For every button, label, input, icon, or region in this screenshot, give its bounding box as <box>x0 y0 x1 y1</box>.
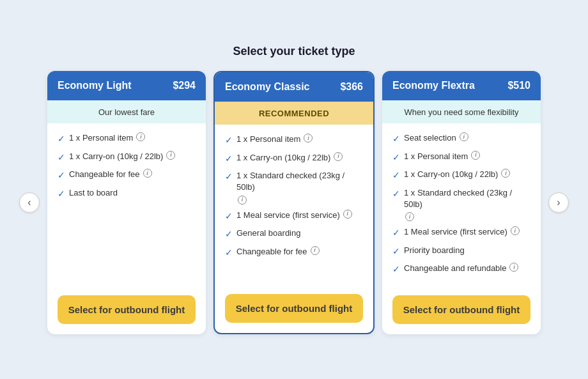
feature-item-0-0: ✓1 x Personal itemi <box>58 132 196 146</box>
info-icon-1-1[interactable]: i <box>334 152 343 161</box>
check-icon-2-4: ✓ <box>392 227 400 240</box>
info-icon-0-0[interactable]: i <box>136 132 145 141</box>
card-header-economy-classic: Economy Classic$366 <box>215 72 373 102</box>
card-footer-economy-light: Select for outbound flight <box>47 285 206 334</box>
card-subtitle-economy-flextra: When you need some flexibility <box>382 100 541 123</box>
feature-text-2-1: 1 x Personal itemi <box>404 151 480 162</box>
info-icon-1-3[interactable]: i <box>343 210 352 219</box>
feature-item-2-3: ✓1 x Standard checked (23kg / 50lb)i <box>392 187 530 221</box>
card-economy-classic: Economy Classic$366RECOMMENDED✓1 x Perso… <box>213 71 375 334</box>
page-title: Select your ticket type <box>233 45 355 58</box>
feature-item-1-5: ✓Changeable for feei <box>225 246 363 259</box>
card-footer-economy-classic: Select for outbound flight <box>215 284 373 333</box>
card-features-economy-flextra: ✓Seat selectioni✓1 x Personal itemi✓1 x … <box>382 123 541 285</box>
feature-item-0-1: ✓1 x Carry-on (10kg / 22lb)i <box>58 151 196 164</box>
check-icon-0-3: ✓ <box>58 188 65 201</box>
check-icon-2-3: ✓ <box>392 188 400 201</box>
feature-text-2-2: 1 x Carry-on (10kg / 22lb)i <box>404 169 510 180</box>
info-icon-2-4[interactable]: i <box>511 226 520 235</box>
feature-item-1-1: ✓1 x Carry-on (10kg / 22lb)i <box>225 152 363 166</box>
check-icon-2-0: ✓ <box>392 133 400 146</box>
feature-text-2-6: Changeable and refundablei <box>404 263 518 274</box>
feature-text-0-0: 1 x Personal itemi <box>69 132 145 144</box>
feature-text-1-4: General boarding <box>236 228 300 239</box>
check-icon-1-5: ✓ <box>225 247 233 259</box>
card-price-economy-flextra: $510 <box>507 80 530 91</box>
feature-item-2-1: ✓1 x Personal itemi <box>392 151 530 164</box>
feature-text-2-3: 1 x Standard checked (23kg / 50lb)i <box>404 187 530 221</box>
main-container: Select your ticket type ‹ Economy Light$… <box>13 32 575 347</box>
check-icon-2-1: ✓ <box>392 151 400 164</box>
feature-item-2-0: ✓Seat selectioni <box>392 132 530 146</box>
feature-item-1-0: ✓1 x Personal itemi <box>225 134 363 147</box>
check-icon-2-5: ✓ <box>392 245 400 258</box>
info-icon-2-1[interactable]: i <box>471 151 480 160</box>
feature-text-1-3: 1 Meal service (first service)i <box>236 210 352 221</box>
feature-text-2-5: Priority boarding <box>404 245 465 256</box>
select-button-economy-light[interactable]: Select for outbound flight <box>58 295 196 324</box>
info-icon-0-1[interactable]: i <box>166 151 175 160</box>
info-icon-2-6[interactable]: i <box>509 263 518 272</box>
select-button-economy-classic[interactable]: Select for outbound flight <box>225 294 363 323</box>
info-icon-0-2[interactable]: i <box>143 169 152 178</box>
feature-item-2-4: ✓1 Meal service (first service)i <box>392 226 530 240</box>
feature-text-1-1: 1 x Carry-on (10kg / 22lb)i <box>236 152 343 164</box>
check-icon-1-2: ✓ <box>225 171 233 183</box>
feature-text-1-0: 1 x Personal itemi <box>236 134 313 145</box>
feature-item-1-4: ✓General boarding <box>225 228 363 241</box>
feature-item-2-5: ✓Priority boarding <box>392 245 530 258</box>
feature-text-0-2: Changeable for feei <box>69 169 152 180</box>
feature-item-2-2: ✓1 x Carry-on (10kg / 22lb)i <box>392 169 530 182</box>
check-icon-1-0: ✓ <box>225 134 233 147</box>
feature-item-0-3: ✓Last to board <box>58 187 196 201</box>
card-price-economy-light: $294 <box>173 80 196 91</box>
check-icon-2-2: ✓ <box>392 169 400 182</box>
feature-text-1-5: Changeable for feei <box>236 246 320 258</box>
card-header-economy-flextra: Economy Flextra$510 <box>382 71 541 100</box>
feature-item-1-2: ✓1 x Standard checked (23kg / 50lb)i <box>225 170 363 204</box>
info-icon-1-0[interactable]: i <box>304 134 313 143</box>
check-icon-0-1: ✓ <box>58 151 65 164</box>
check-icon-1-1: ✓ <box>225 153 233 166</box>
card-subtitle-economy-light: Our lowest fare <box>47 100 206 123</box>
card-features-economy-light: ✓1 x Personal itemi✓1 x Carry-on (10kg /… <box>47 123 206 285</box>
card-subtitle-economy-classic: RECOMMENDED <box>215 102 373 125</box>
info-icon-1-2[interactable]: i <box>238 196 247 205</box>
check-icon-0-2: ✓ <box>58 169 65 182</box>
info-icon-2-3[interactable]: i <box>405 212 414 221</box>
info-icon-2-2[interactable]: i <box>501 169 510 178</box>
card-name-economy-light: Economy Light <box>58 80 132 91</box>
select-button-economy-flextra[interactable]: Select for outbound flight <box>392 295 530 324</box>
feature-item-0-2: ✓Changeable for feei <box>58 169 196 182</box>
card-features-economy-classic: ✓1 x Personal itemi✓1 x Carry-on (10kg /… <box>215 125 373 284</box>
card-name-economy-flextra: Economy Flextra <box>392 80 475 91</box>
check-icon-1-3: ✓ <box>225 210 233 223</box>
next-arrow[interactable]: › <box>548 192 569 213</box>
check-icon-0-0: ✓ <box>58 133 65 146</box>
card-name-economy-classic: Economy Classic <box>225 81 310 93</box>
info-icon-2-0[interactable]: i <box>460 132 468 141</box>
feature-item-2-6: ✓Changeable and refundablei <box>392 263 530 276</box>
card-footer-economy-flextra: Select for outbound flight <box>382 285 541 334</box>
feature-text-2-4: 1 Meal service (first service)i <box>404 226 520 238</box>
check-icon-1-4: ✓ <box>225 228 233 241</box>
feature-text-0-3: Last to board <box>69 187 118 199</box>
card-economy-light: Economy Light$294Our lowest fare✓1 x Per… <box>47 71 206 334</box>
card-header-economy-light: Economy Light$294 <box>47 71 206 100</box>
feature-text-0-1: 1 x Carry-on (10kg / 22lb)i <box>69 151 175 162</box>
feature-text-1-2: 1 x Standard checked (23kg / 50lb)i <box>236 170 363 204</box>
card-price-economy-classic: $366 <box>340 81 363 93</box>
info-icon-1-5[interactable]: i <box>311 246 320 255</box>
feature-item-1-3: ✓1 Meal service (first service)i <box>225 210 363 223</box>
card-economy-flextra: Economy Flextra$510When you need some fl… <box>382 71 541 334</box>
prev-arrow[interactable]: ‹ <box>19 192 40 213</box>
feature-text-2-0: Seat selectioni <box>404 132 468 144</box>
check-icon-2-6: ✓ <box>392 263 400 276</box>
cards-wrapper: ‹ Economy Light$294Our lowest fare✓1 x P… <box>19 71 569 334</box>
